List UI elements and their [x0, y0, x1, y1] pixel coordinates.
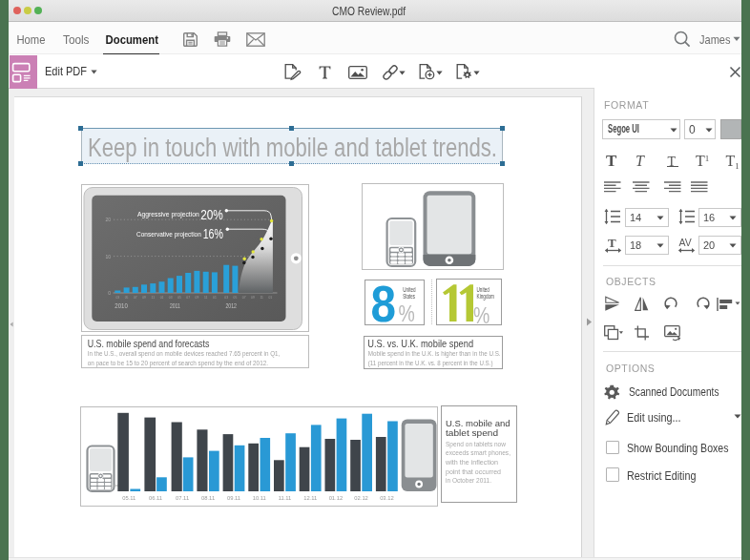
- svg-text:07: 07: [186, 296, 190, 300]
- svg-text:8: 8: [370, 280, 396, 326]
- svg-text:03.12: 03.12: [380, 495, 394, 501]
- svg-text:05: 05: [177, 296, 181, 300]
- svg-text:09: 09: [142, 296, 146, 300]
- svg-text:Segoe UI: Segoe UI: [608, 122, 639, 135]
- svg-text:01: 01: [268, 296, 272, 300]
- svg-text:01.12: 01.12: [328, 495, 343, 501]
- svg-text:20%: 20%: [200, 207, 223, 222]
- svg-text:on pace to be 15 to 20 percent: on pace to be 15 to 20 percent of search…: [88, 358, 268, 366]
- svg-text:03: 03: [224, 296, 228, 300]
- svg-text:10.11: 10.11: [252, 495, 265, 501]
- svg-text:Kingdom: Kingdom: [476, 293, 494, 301]
- svg-text:Restrict Editing: Restrict Editing: [627, 469, 697, 483]
- svg-text:0: 0: [108, 290, 111, 296]
- svg-text:01: 01: [213, 296, 217, 300]
- svg-text:%: %: [398, 301, 414, 325]
- svg-text:Edit PDF: Edit PDF: [45, 65, 87, 78]
- svg-text:10: 10: [105, 254, 111, 259]
- svg-text:Document: Document: [106, 32, 159, 47]
- svg-text:point that occurred: point that occurred: [446, 467, 501, 476]
- svg-text:11: 11: [152, 296, 156, 300]
- svg-text:%: %: [473, 302, 490, 325]
- svg-text:exceeds smart phones,: exceeds smart phones,: [446, 448, 510, 457]
- svg-text:05.11: 05.11: [122, 495, 135, 501]
- svg-text:11: 11: [260, 296, 263, 300]
- svg-text:in October 2011.: in October 2011.: [446, 476, 491, 485]
- svg-text:Mobile spend in the U.K. is hi: Mobile spend in the U.K. is higher than …: [368, 349, 501, 358]
- svg-text:01: 01: [160, 296, 164, 300]
- svg-text:09: 09: [251, 296, 255, 300]
- svg-text:U.S. mobile and: U.S. mobile and: [446, 418, 510, 428]
- svg-text:05: 05: [125, 296, 129, 300]
- svg-text:09: 09: [196, 296, 199, 300]
- svg-text:12.11: 12.11: [303, 495, 317, 501]
- svg-text:09.11: 09.11: [226, 495, 240, 501]
- svg-text:11.11: 11.11: [278, 495, 291, 501]
- svg-text:06.11: 06.11: [148, 495, 161, 501]
- svg-text:16%: 16%: [203, 226, 223, 241]
- svg-text:Home: Home: [17, 32, 46, 47]
- svg-text:James: James: [699, 32, 731, 47]
- svg-text:Conservative projection: Conservative projection: [136, 230, 201, 239]
- svg-text:T: T: [608, 236, 616, 250]
- svg-text:Edit using...: Edit using...: [627, 411, 681, 425]
- svg-text:07.11: 07.11: [176, 495, 189, 501]
- svg-text:United: United: [403, 285, 416, 292]
- svg-text:with the inflection: with the inflection: [445, 458, 498, 467]
- svg-text:07: 07: [134, 296, 137, 300]
- svg-text:08.11: 08.11: [201, 495, 215, 501]
- svg-text:Keep in touch with mobile and: Keep in touch with mobile and tablet tre…: [88, 134, 497, 162]
- svg-text:Tools: Tools: [63, 32, 90, 47]
- svg-text:Show Bounding Boxes: Show Bounding Boxes: [627, 442, 729, 455]
- svg-text:AV: AV: [679, 237, 692, 248]
- svg-text:2012: 2012: [225, 301, 237, 310]
- svg-text:CMO Review.pdf: CMO Review.pdf: [332, 5, 406, 18]
- svg-text:States: States: [403, 293, 415, 300]
- svg-text:U.S. vs. U.K. mobile spend: U.S. vs. U.K. mobile spend: [367, 338, 473, 349]
- svg-text:U.S. mobile spend and forecast: U.S. mobile spend and forecasts: [88, 337, 210, 348]
- svg-text:Scanned Documents: Scanned Documents: [629, 385, 719, 399]
- svg-text:07: 07: [242, 296, 246, 300]
- svg-text:In the U.S., overall spend on: In the U.S., overall spend on mobile dev…: [88, 348, 281, 357]
- svg-text:2011: 2011: [170, 301, 180, 310]
- svg-text:United: United: [476, 285, 490, 292]
- svg-text:(11 percent in the U.K. vs. 8: (11 percent in the U.K. vs. 8 percent in…: [368, 359, 493, 367]
- svg-text:Spend on tablets now: Spend on tablets now: [446, 440, 507, 448]
- svg-text:02.12: 02.12: [354, 495, 368, 501]
- svg-text:Aggressive projection: Aggressive projection: [137, 210, 199, 218]
- svg-text:11: 11: [204, 296, 208, 300]
- svg-text:20: 20: [105, 217, 111, 222]
- svg-text:03: 03: [115, 296, 119, 300]
- svg-text:tablet spend: tablet spend: [446, 427, 498, 438]
- svg-text:03: 03: [169, 296, 173, 300]
- svg-text:05: 05: [234, 296, 238, 300]
- svg-text:2010: 2010: [115, 301, 128, 310]
